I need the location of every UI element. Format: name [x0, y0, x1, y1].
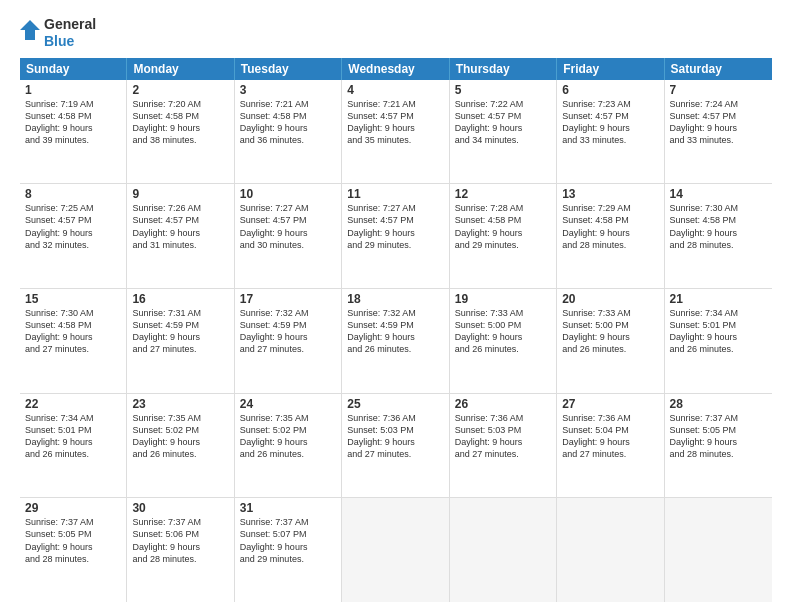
- table-row: 1Sunrise: 7:19 AMSunset: 4:58 PMDaylight…: [20, 80, 127, 184]
- table-row: 28Sunrise: 7:37 AMSunset: 5:05 PMDayligh…: [665, 394, 772, 498]
- day-number: 3: [240, 83, 336, 97]
- cell-content: Sunrise: 7:26 AMSunset: 4:57 PMDaylight:…: [132, 202, 228, 251]
- cell-content: Sunrise: 7:31 AMSunset: 4:59 PMDaylight:…: [132, 307, 228, 356]
- cell-content: Sunrise: 7:36 AMSunset: 5:03 PMDaylight:…: [455, 412, 551, 461]
- table-row: 11Sunrise: 7:27 AMSunset: 4:57 PMDayligh…: [342, 184, 449, 288]
- table-row: 21Sunrise: 7:34 AMSunset: 5:01 PMDayligh…: [665, 289, 772, 393]
- table-row: 18Sunrise: 7:32 AMSunset: 4:59 PMDayligh…: [342, 289, 449, 393]
- logo-text: General Blue: [44, 16, 96, 50]
- logo-container: General Blue: [20, 16, 96, 50]
- table-row: 19Sunrise: 7:33 AMSunset: 5:00 PMDayligh…: [450, 289, 557, 393]
- day-number: 1: [25, 83, 121, 97]
- table-row: 30Sunrise: 7:37 AMSunset: 5:06 PMDayligh…: [127, 498, 234, 602]
- cell-content: Sunrise: 7:33 AMSunset: 5:00 PMDaylight:…: [455, 307, 551, 356]
- table-row: 2Sunrise: 7:20 AMSunset: 4:58 PMDaylight…: [127, 80, 234, 184]
- day-number: 30: [132, 501, 228, 515]
- table-row: 3Sunrise: 7:21 AMSunset: 4:58 PMDaylight…: [235, 80, 342, 184]
- weekday-friday: Friday: [557, 58, 664, 80]
- table-row: [342, 498, 449, 602]
- table-row: [450, 498, 557, 602]
- cell-content: Sunrise: 7:27 AMSunset: 4:57 PMDaylight:…: [347, 202, 443, 251]
- table-row: 10Sunrise: 7:27 AMSunset: 4:57 PMDayligh…: [235, 184, 342, 288]
- table-row: 12Sunrise: 7:28 AMSunset: 4:58 PMDayligh…: [450, 184, 557, 288]
- table-row: 22Sunrise: 7:34 AMSunset: 5:01 PMDayligh…: [20, 394, 127, 498]
- day-number: 5: [455, 83, 551, 97]
- weekday-sunday: Sunday: [20, 58, 127, 80]
- table-row: 20Sunrise: 7:33 AMSunset: 5:00 PMDayligh…: [557, 289, 664, 393]
- table-row: 6Sunrise: 7:23 AMSunset: 4:57 PMDaylight…: [557, 80, 664, 184]
- day-number: 2: [132, 83, 228, 97]
- day-number: 6: [562, 83, 658, 97]
- cell-content: Sunrise: 7:35 AMSunset: 5:02 PMDaylight:…: [240, 412, 336, 461]
- cell-content: Sunrise: 7:36 AMSunset: 5:03 PMDaylight:…: [347, 412, 443, 461]
- table-row: 27Sunrise: 7:36 AMSunset: 5:04 PMDayligh…: [557, 394, 664, 498]
- cell-content: Sunrise: 7:23 AMSunset: 4:57 PMDaylight:…: [562, 98, 658, 147]
- calendar-header: Sunday Monday Tuesday Wednesday Thursday…: [20, 58, 772, 80]
- cell-content: Sunrise: 7:32 AMSunset: 4:59 PMDaylight:…: [347, 307, 443, 356]
- logo-bird-icon: [20, 18, 42, 48]
- day-number: 13: [562, 187, 658, 201]
- cell-content: Sunrise: 7:30 AMSunset: 4:58 PMDaylight:…: [670, 202, 767, 251]
- table-row: 14Sunrise: 7:30 AMSunset: 4:58 PMDayligh…: [665, 184, 772, 288]
- weekday-wednesday: Wednesday: [342, 58, 449, 80]
- table-row: [557, 498, 664, 602]
- calendar-row-1: 1Sunrise: 7:19 AMSunset: 4:58 PMDaylight…: [20, 80, 772, 185]
- day-number: 27: [562, 397, 658, 411]
- cell-content: Sunrise: 7:37 AMSunset: 5:05 PMDaylight:…: [25, 516, 121, 565]
- day-number: 9: [132, 187, 228, 201]
- logo-blue: Blue: [44, 33, 96, 50]
- day-number: 10: [240, 187, 336, 201]
- page: General Blue Sunday Monday Tuesday Wedne…: [0, 0, 792, 612]
- day-number: 20: [562, 292, 658, 306]
- cell-content: Sunrise: 7:37 AMSunset: 5:06 PMDaylight:…: [132, 516, 228, 565]
- cell-content: Sunrise: 7:29 AMSunset: 4:58 PMDaylight:…: [562, 202, 658, 251]
- cell-content: Sunrise: 7:19 AMSunset: 4:58 PMDaylight:…: [25, 98, 121, 147]
- day-number: 19: [455, 292, 551, 306]
- table-row: 16Sunrise: 7:31 AMSunset: 4:59 PMDayligh…: [127, 289, 234, 393]
- cell-content: Sunrise: 7:27 AMSunset: 4:57 PMDaylight:…: [240, 202, 336, 251]
- table-row: 9Sunrise: 7:26 AMSunset: 4:57 PMDaylight…: [127, 184, 234, 288]
- cell-content: Sunrise: 7:37 AMSunset: 5:05 PMDaylight:…: [670, 412, 767, 461]
- weekday-tuesday: Tuesday: [235, 58, 342, 80]
- table-row: 29Sunrise: 7:37 AMSunset: 5:05 PMDayligh…: [20, 498, 127, 602]
- day-number: 25: [347, 397, 443, 411]
- day-number: 11: [347, 187, 443, 201]
- day-number: 26: [455, 397, 551, 411]
- day-number: 16: [132, 292, 228, 306]
- cell-content: Sunrise: 7:34 AMSunset: 5:01 PMDaylight:…: [670, 307, 767, 356]
- day-number: 24: [240, 397, 336, 411]
- cell-content: Sunrise: 7:33 AMSunset: 5:00 PMDaylight:…: [562, 307, 658, 356]
- table-row: 5Sunrise: 7:22 AMSunset: 4:57 PMDaylight…: [450, 80, 557, 184]
- calendar: Sunday Monday Tuesday Wednesday Thursday…: [20, 58, 772, 602]
- day-number: 7: [670, 83, 767, 97]
- cell-content: Sunrise: 7:28 AMSunset: 4:58 PMDaylight:…: [455, 202, 551, 251]
- day-number: 15: [25, 292, 121, 306]
- cell-content: Sunrise: 7:21 AMSunset: 4:57 PMDaylight:…: [347, 98, 443, 147]
- cell-content: Sunrise: 7:25 AMSunset: 4:57 PMDaylight:…: [25, 202, 121, 251]
- weekday-thursday: Thursday: [450, 58, 557, 80]
- cell-content: Sunrise: 7:32 AMSunset: 4:59 PMDaylight:…: [240, 307, 336, 356]
- cell-content: Sunrise: 7:20 AMSunset: 4:58 PMDaylight:…: [132, 98, 228, 147]
- table-row: 7Sunrise: 7:24 AMSunset: 4:57 PMDaylight…: [665, 80, 772, 184]
- calendar-row-5: 29Sunrise: 7:37 AMSunset: 5:05 PMDayligh…: [20, 498, 772, 602]
- calendar-row-2: 8Sunrise: 7:25 AMSunset: 4:57 PMDaylight…: [20, 184, 772, 289]
- logo-general: General: [44, 16, 96, 33]
- day-number: 21: [670, 292, 767, 306]
- day-number: 31: [240, 501, 336, 515]
- day-number: 14: [670, 187, 767, 201]
- weekday-monday: Monday: [127, 58, 234, 80]
- day-number: 12: [455, 187, 551, 201]
- day-number: 28: [670, 397, 767, 411]
- table-row: 23Sunrise: 7:35 AMSunset: 5:02 PMDayligh…: [127, 394, 234, 498]
- table-row: [665, 498, 772, 602]
- logo: General Blue: [20, 16, 96, 50]
- table-row: 31Sunrise: 7:37 AMSunset: 5:07 PMDayligh…: [235, 498, 342, 602]
- cell-content: Sunrise: 7:36 AMSunset: 5:04 PMDaylight:…: [562, 412, 658, 461]
- cell-content: Sunrise: 7:37 AMSunset: 5:07 PMDaylight:…: [240, 516, 336, 565]
- header: General Blue: [20, 16, 772, 50]
- calendar-body: 1Sunrise: 7:19 AMSunset: 4:58 PMDaylight…: [20, 80, 772, 602]
- cell-content: Sunrise: 7:34 AMSunset: 5:01 PMDaylight:…: [25, 412, 121, 461]
- cell-content: Sunrise: 7:22 AMSunset: 4:57 PMDaylight:…: [455, 98, 551, 147]
- table-row: 24Sunrise: 7:35 AMSunset: 5:02 PMDayligh…: [235, 394, 342, 498]
- table-row: 26Sunrise: 7:36 AMSunset: 5:03 PMDayligh…: [450, 394, 557, 498]
